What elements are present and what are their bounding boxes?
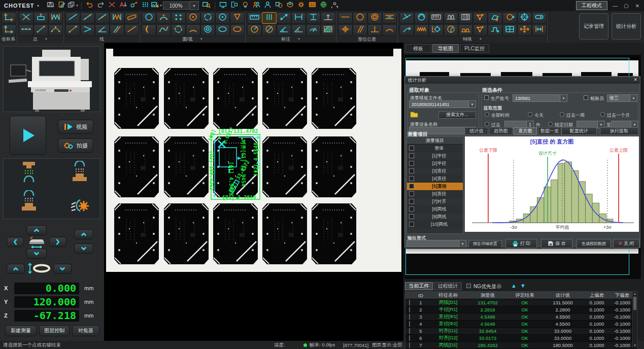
slot-line-icon[interactable] <box>124 12 139 24</box>
display-icon[interactable] <box>218 1 228 10</box>
intersection-point-icon[interactable] <box>19 12 33 24</box>
pcb-part[interactable] <box>114 203 159 264</box>
shapes-icon[interactable] <box>274 1 284 10</box>
coordinate-system-alt-icon[interactable] <box>2 24 16 36</box>
node-group-2-icon[interactable] <box>473 24 488 36</box>
hole-pattern-icon[interactable] <box>171 12 186 24</box>
camera-view-canvas[interactable]: [D1] 131.4702[Φ3]1.0117[D2] 180.4262对齐[G… <box>104 43 403 341</box>
matrix-icon[interactable] <box>502 24 517 36</box>
edit-document-icon[interactable] <box>57 1 67 10</box>
scatter-circle-icon[interactable] <box>171 24 186 36</box>
pin-circle-icon[interactable] <box>230 12 245 24</box>
stage-left-button[interactable] <box>7 237 24 247</box>
radius-dimension-icon[interactable] <box>247 24 262 36</box>
table-row[interactable]: 2半径[R1]2.2819OK2.28000.1000-0.1000 <box>405 306 637 313</box>
stage-down-button[interactable] <box>26 249 47 259</box>
gear-template-icon[interactable] <box>429 24 444 36</box>
view-tab-2[interactable]: 直方图 <box>514 127 537 135</box>
app-menu-caret-icon[interactable]: ▼ <box>37 4 40 8</box>
path-arrow-icon[interactable] <box>488 12 502 24</box>
straightness-icon[interactable] <box>338 12 353 24</box>
measurement-item-row[interactable]: [3]直径 <box>407 167 463 175</box>
midpoint-icon[interactable] <box>19 24 33 36</box>
results-table[interactable]: ID特征名称测量值评定结果设计值上偏差下偏差 1两线[D1]131.4702OK… <box>405 291 637 348</box>
measurement-item-row[interactable]: [8]两线 <box>407 205 463 213</box>
z-down-button[interactable] <box>74 243 93 254</box>
date-range-radio[interactable] <box>548 122 553 126</box>
measurement-item-row[interactable]: [1]半径 <box>407 152 463 160</box>
close-dialog-button[interactable]: ✕ 关 闭 <box>613 239 639 248</box>
image-flag-icon[interactable]: ▼ <box>152 1 162 10</box>
ng-priority-checkbox[interactable] <box>466 284 471 288</box>
gear-icon[interactable] <box>296 1 307 10</box>
dialog-titlebar[interactable]: 统计分析 ✕ <box>405 77 640 84</box>
view-tab-1[interactable]: 趋势图 <box>489 127 513 135</box>
statistical-analysis-button[interactable]: 统计分析 <box>612 13 641 40</box>
new-measure-button[interactable]: 新建测量 <box>5 325 37 336</box>
pcb-part[interactable] <box>262 68 307 129</box>
dashed-circle-icon[interactable] <box>200 12 215 24</box>
range-radio-2[interactable] <box>560 112 564 117</box>
dimension-line-icon[interactable] <box>277 12 291 24</box>
ring-up-button[interactable] <box>7 264 25 274</box>
stage-up-button[interactable] <box>26 225 47 235</box>
node-group-icon[interactable] <box>473 12 488 24</box>
redo-icon[interactable] <box>96 1 106 10</box>
measured-point-icon[interactable] <box>33 12 48 24</box>
stage-right-button[interactable] <box>49 237 66 247</box>
arc-radius-icon[interactable] <box>306 24 321 36</box>
copy-document-icon[interactable]: ▼ <box>68 1 78 10</box>
double-circle-icon[interactable] <box>414 12 429 24</box>
distance-bars-icon[interactable] <box>262 12 277 24</box>
zoom-level-field[interactable]: 100% <box>163 2 189 10</box>
arc-segment-icon[interactable] <box>186 24 200 36</box>
template-file-select[interactable]: 201809281141451▼ <box>409 100 476 108</box>
perpendicularity-icon[interactable] <box>367 24 382 36</box>
run-button[interactable] <box>10 116 46 155</box>
step-path-icon[interactable] <box>488 24 502 36</box>
cube-3d-icon[interactable] <box>285 1 295 10</box>
measurement-item-row[interactable]: [6]直径 <box>407 190 463 198</box>
pcb-part[interactable] <box>312 203 356 264</box>
view-tab-3[interactable]: 数据一览 <box>538 127 561 135</box>
construction-line-icon[interactable] <box>399 12 414 24</box>
person-icon[interactable] <box>263 1 273 10</box>
slot-feature-icon[interactable] <box>532 12 547 24</box>
pcb-part[interactable] <box>262 203 307 264</box>
measurement-item-row[interactable]: [2]半径 <box>407 160 463 167</box>
execute-extract-button[interactable]: 执行提取 <box>600 127 638 135</box>
two-point-line-icon[interactable] <box>33 24 48 36</box>
bulb-icon[interactable] <box>241 1 251 10</box>
dimension-beam-icon[interactable] <box>306 12 321 24</box>
table-row[interactable]: 3直径[Φ1]4.5499OK4.55000.1000-0.1000 <box>405 313 637 321</box>
position-icon[interactable] <box>338 24 353 36</box>
close-button[interactable]: ✕ <box>634 3 641 9</box>
tab-process-statistics[interactable]: 过程统计 <box>434 282 462 290</box>
ring-icon[interactable] <box>200 24 215 36</box>
layer-control-button[interactable]: 图层控制 <box>39 325 70 336</box>
line-icon[interactable] <box>65 12 80 24</box>
measurement-item-row[interactable]: [9]两线 <box>407 213 463 221</box>
pcb-part[interactable] <box>213 203 258 264</box>
past-count-radio[interactable] <box>485 122 489 126</box>
line-two-point-icon[interactable] <box>80 12 95 24</box>
circle-center-icon[interactable] <box>186 12 200 24</box>
measurement-item-row[interactable]: [4]直径 <box>407 175 463 183</box>
search-file-button[interactable]: 搜索文件... <box>438 111 476 119</box>
crescent-icon[interactable] <box>142 24 156 36</box>
range-radio-1[interactable] <box>528 112 532 117</box>
batch-checkbox[interactable] <box>484 95 489 100</box>
focus-button[interactable]: 对焦器 <box>72 325 99 336</box>
table-row[interactable]: 1两线[D1]131.4702OK131.50000.1000-0.1000 <box>405 299 637 306</box>
tab-plc-monitor[interactable]: PLC监控 <box>460 44 489 53</box>
pcb-part[interactable] <box>213 68 258 129</box>
move-up-icon[interactable]: ▲ <box>511 283 517 289</box>
width-bracket-icon[interactable] <box>532 24 547 36</box>
gauge-icon[interactable] <box>444 24 458 36</box>
table-row[interactable]: 4直径[Φ2]4.5648OK4.55000.1000-0.1000 <box>405 321 637 328</box>
coaxial-light-icon[interactable] <box>69 161 91 186</box>
tab-template[interactable]: 模板 <box>405 44 431 53</box>
sort-az-icon[interactable] <box>118 1 128 10</box>
offset-line-icon[interactable] <box>65 24 80 36</box>
print-button[interactable]: 打 印 <box>505 239 537 248</box>
